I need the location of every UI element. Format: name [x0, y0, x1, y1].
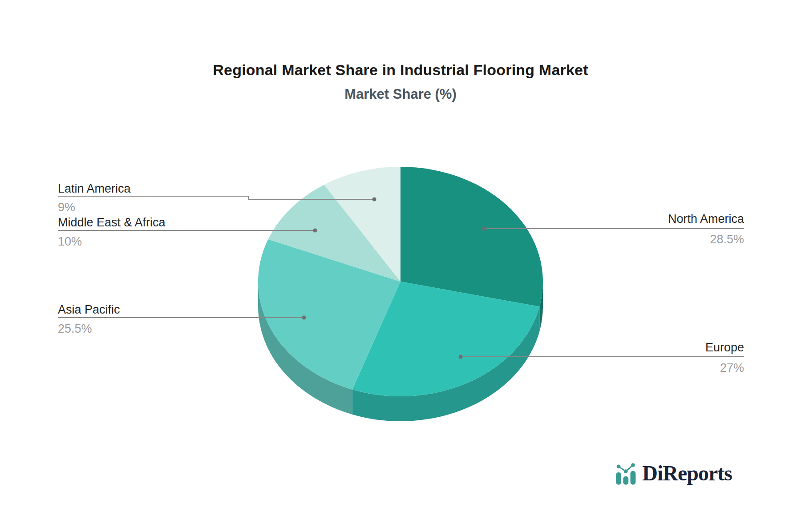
slice-value-asia-pacific: 25.5% — [58, 322, 92, 336]
leader-dot-asia-pacific — [302, 316, 306, 320]
leader-dot-middle-east-africa — [313, 229, 317, 233]
bar-chart-icon — [616, 462, 638, 486]
slice-label-latin-america: Latin America — [58, 182, 131, 196]
brand-logo: DiReports — [616, 458, 732, 486]
slice-label-middle-east-africa: Middle East & Africa — [58, 216, 166, 230]
slice-value-latin-america: 9% — [58, 201, 75, 214]
slice-label-europe: Europe — [705, 341, 744, 355]
slice-label-north-america: North America — [668, 212, 744, 226]
leader-dot-latin-america — [372, 197, 376, 202]
slice-label-asia-pacific: Asia Pacific — [58, 303, 120, 317]
slice-value-europe: 27% — [720, 361, 744, 375]
pie-chart — [0, 0, 801, 532]
brand-logo-text: DiReports — [642, 461, 732, 486]
leader-dot-north-america — [482, 227, 486, 231]
slice-value-north-america: 28.5% — [710, 233, 744, 246]
slice-value-middle-east-africa: 10% — [58, 235, 82, 249]
chart-canvas: Regional Market Share in Industrial Floo… — [0, 0, 801, 532]
leader-dot-europe — [459, 355, 463, 359]
